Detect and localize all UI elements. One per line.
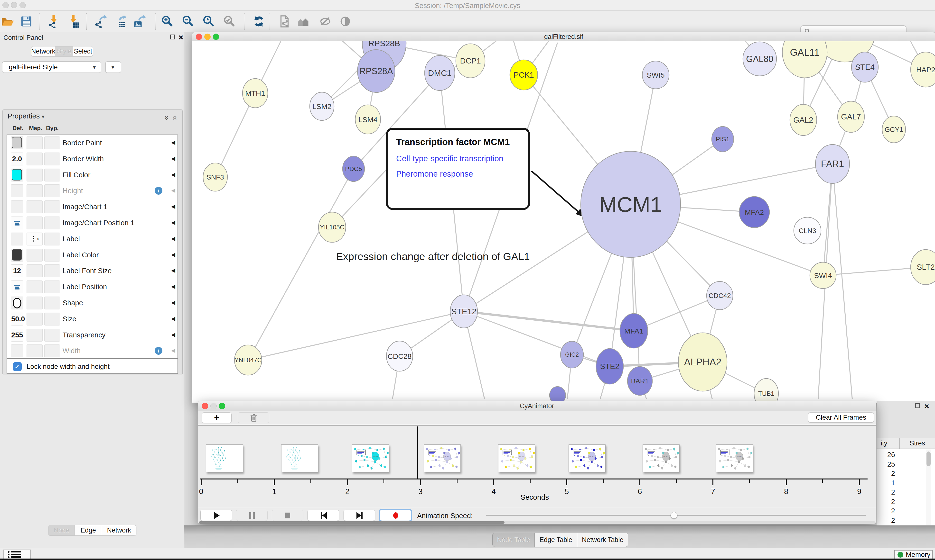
network-node-TUB1[interactable]: TUB1 xyxy=(754,378,778,403)
tab-style[interactable]: Style xyxy=(55,46,73,56)
zoom-selected-icon[interactable] xyxy=(223,15,236,28)
network-canvas[interactable]: RPS28BRPS28ADMC1DCP1PCK1SWI5GAL11GAL80ST… xyxy=(192,42,935,403)
bypass-cell[interactable] xyxy=(44,297,60,309)
network-node-STE4[interactable]: STE4 xyxy=(852,52,878,82)
network-node-SWI5[interactable]: SWI5 xyxy=(642,61,669,89)
float-panel-icon[interactable] xyxy=(170,35,175,39)
network-node-YIL105C[interactable]: YIL105C xyxy=(318,212,346,242)
expand-row-icon[interactable]: ◀ xyxy=(171,348,175,354)
tab-edge-table[interactable]: Edge Table xyxy=(535,533,577,547)
network-node-SNF3[interactable]: SNF3 xyxy=(203,163,227,191)
mapping-cell[interactable] xyxy=(26,297,43,309)
info-icon[interactable]: i xyxy=(154,187,162,195)
property-row-label-color[interactable]: Label Color◀ xyxy=(7,247,177,263)
property-row-label[interactable]: ⋮›Label◀ xyxy=(7,231,177,247)
network-node-RPS28A[interactable]: RPS28A xyxy=(358,50,395,92)
network-node-CDC28[interactable]: CDC28 xyxy=(386,341,413,371)
mapping-cell[interactable] xyxy=(26,152,43,165)
network-node-MFA2[interactable]: MFA2 xyxy=(739,197,770,228)
timeline-frame-1[interactable] xyxy=(206,445,243,472)
annotation-link[interactable]: Cell-type-specific transcription xyxy=(396,154,503,163)
tab-node-table[interactable]: Node Table xyxy=(492,533,535,547)
default-value-cell[interactable] xyxy=(11,345,23,357)
mapping-cell[interactable] xyxy=(26,312,43,326)
open-session-icon[interactable] xyxy=(1,15,15,28)
default-value-cell[interactable] xyxy=(11,232,23,245)
timeline-frame-4[interactable]: MCM1 xyxy=(424,445,461,472)
property-row-label-position[interactable]: Label Position◀ xyxy=(7,279,177,295)
timeline-playhead[interactable] xyxy=(417,426,418,479)
bypass-cell[interactable] xyxy=(44,280,60,293)
mapping-cell[interactable] xyxy=(26,200,43,213)
property-row-fill-color[interactable]: Fill Color◀ xyxy=(7,167,177,183)
timeline-frame-2[interactable] xyxy=(281,445,318,472)
timeline-scrollbar[interactable] xyxy=(199,521,875,524)
mapping-cell[interactable] xyxy=(26,249,43,262)
timeline-frame-6[interactable]: MCM1 xyxy=(569,445,606,472)
mapping-cell[interactable] xyxy=(26,345,43,357)
mapping-cell[interactable] xyxy=(26,329,43,342)
network-node-GAL11[interactable]: GAL11 xyxy=(782,42,827,78)
chevron-down-icon[interactable]: ▾ xyxy=(42,114,44,120)
property-row-border-width[interactable]: 2.0Border Width◀ xyxy=(7,151,177,167)
expand-row-icon[interactable]: ◀ xyxy=(171,235,175,242)
table-cell-value[interactable]: 1 xyxy=(876,478,895,488)
default-value-cell[interactable] xyxy=(11,249,23,262)
network-node-NODEP[interactable] xyxy=(549,386,566,403)
default-value-cell[interactable] xyxy=(11,169,23,182)
copy-network-icon[interactable] xyxy=(278,15,291,28)
property-row-transparency[interactable]: 255Transparency◀ xyxy=(7,327,177,343)
tab-select[interactable]: Select xyxy=(73,46,93,56)
timeline-frame-5[interactable]: MCM1 xyxy=(498,445,535,472)
network-node-LSM4[interactable]: LSM4 xyxy=(355,105,381,134)
table-cell-value[interactable]: 2 xyxy=(876,488,895,497)
mapping-cell[interactable] xyxy=(26,280,43,293)
default-value-cell[interactable] xyxy=(11,185,23,197)
export-image-icon[interactable] xyxy=(133,15,147,28)
tab-network-bottom[interactable]: Network xyxy=(102,525,136,535)
skip-end-button[interactable] xyxy=(344,510,375,521)
close-panel-icon[interactable]: × xyxy=(179,34,184,41)
property-row-border-paint[interactable]: Border Paint◀ xyxy=(7,135,177,151)
property-row-image-chart-1[interactable]: Image/Chart 1◀ xyxy=(7,199,177,215)
network-node-YNL047C[interactable]: YNL047C xyxy=(235,345,262,375)
clear-all-frames-button[interactable]: Clear All Frames xyxy=(808,412,874,423)
network-node-SLT2[interactable]: SLT2 xyxy=(911,249,935,285)
network-node-MTH1[interactable]: MTH1 xyxy=(242,78,268,108)
table-cell-value[interactable]: 2 xyxy=(876,469,895,478)
default-value-cell[interactable] xyxy=(11,280,23,293)
timeline-scrollbar-thumb[interactable] xyxy=(199,521,505,524)
network-node-PIS1[interactable]: PIS1 xyxy=(712,126,734,152)
collapse-all-icon[interactable]: « xyxy=(171,115,180,120)
property-row-height[interactable]: Heighti◀ xyxy=(7,183,177,199)
network-node-BAR1[interactable]: BAR1 xyxy=(628,366,652,395)
zoom-fit-icon[interactable] xyxy=(202,15,216,28)
play-button[interactable] xyxy=(201,510,232,521)
network-node-FAR1[interactable]: FAR1 xyxy=(815,145,850,183)
network-node-GAL7[interactable]: GAL7 xyxy=(838,101,864,132)
network-node-ALPHA2[interactable]: ALPHA2 xyxy=(678,333,727,391)
pause-button[interactable] xyxy=(236,510,268,521)
timeline-frame-7[interactable]: MCM1 xyxy=(643,445,680,472)
bypass-cell[interactable] xyxy=(44,265,60,277)
stop-button[interactable] xyxy=(272,510,303,521)
table-cell-value[interactable]: 26 xyxy=(876,450,895,459)
close-panel-icon[interactable]: × xyxy=(924,402,929,410)
bypass-cell[interactable] xyxy=(44,329,60,342)
expand-row-icon[interactable]: ◀ xyxy=(171,187,175,194)
mapping-cell[interactable] xyxy=(26,185,43,197)
mapping-cell[interactable] xyxy=(26,217,43,229)
animation-speed-slider-thumb[interactable] xyxy=(671,512,677,518)
mapping-cell[interactable] xyxy=(26,169,43,182)
network-node-HAP2[interactable]: HAP2 xyxy=(911,52,935,87)
tab-node[interactable]: Node xyxy=(48,525,75,535)
refresh-icon[interactable] xyxy=(252,15,265,28)
bypass-cell[interactable] xyxy=(44,169,60,182)
default-value-cell[interactable] xyxy=(11,297,23,309)
mapping-cell[interactable] xyxy=(26,137,43,149)
discrete-mapping-icon[interactable]: ⋮› xyxy=(26,232,43,245)
export-network-icon[interactable] xyxy=(94,15,107,28)
network-node-GAL2[interactable]: GAL2 xyxy=(790,105,817,135)
zoom-in-icon[interactable] xyxy=(161,15,174,28)
add-frame-button[interactable]: + xyxy=(202,412,231,423)
